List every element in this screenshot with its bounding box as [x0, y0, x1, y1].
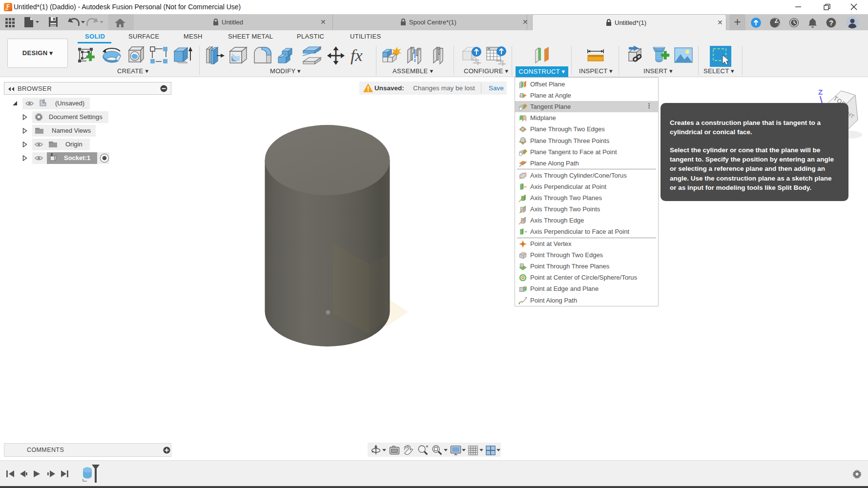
svg-text:fx: fx — [351, 46, 363, 64]
svg-text:F: F — [6, 4, 9, 9]
svg-text:?: ? — [829, 19, 833, 27]
svg-text:Z: Z — [818, 88, 823, 96]
